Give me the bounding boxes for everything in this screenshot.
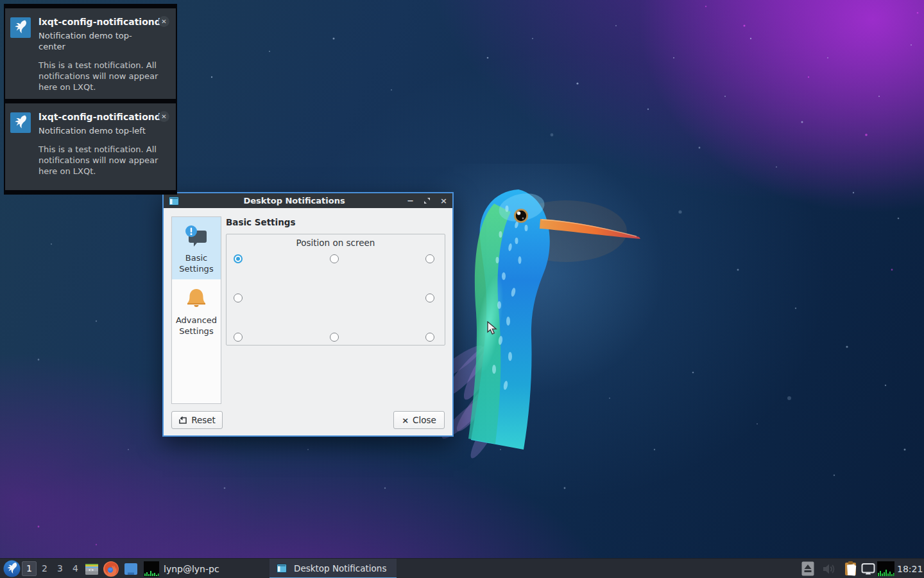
desktop: lxqt-config-notificationd Notification d… bbox=[0, 0, 924, 578]
display-tray-icon[interactable] bbox=[860, 559, 876, 578]
settings-sidebar: Basic Settings Advanced Settings bbox=[171, 216, 221, 404]
lxqt-app-icon bbox=[10, 17, 31, 38]
window-icon bbox=[169, 197, 179, 206]
radio-position-bottom-center[interactable] bbox=[330, 333, 339, 342]
clipboard-tray-icon[interactable] bbox=[844, 559, 859, 578]
close-icon: × bbox=[402, 416, 409, 425]
position-on-screen-group: Position on screen bbox=[226, 234, 445, 346]
monitor-icon bbox=[860, 562, 876, 576]
close-button[interactable]: × Close bbox=[393, 411, 445, 429]
window-icon bbox=[277, 564, 287, 573]
radio-position-top-left[interactable] bbox=[234, 254, 243, 263]
restore-button[interactable] bbox=[424, 197, 431, 204]
sidebar-item-basic-settings[interactable]: Basic Settings bbox=[172, 217, 221, 279]
page-heading: Basic Settings bbox=[226, 217, 296, 227]
file-manager-icon bbox=[84, 561, 99, 577]
lxqt-app-icon bbox=[10, 112, 31, 133]
blue-window-icon bbox=[123, 561, 139, 577]
notification-body: This is a test notification. All notific… bbox=[38, 144, 167, 177]
desktop-notifications-window: Desktop Notifications − × bbox=[162, 192, 454, 437]
bird-beak bbox=[540, 219, 640, 239]
taskbar-task-desktop-notifications[interactable]: Desktop Notifications bbox=[270, 559, 397, 578]
notification-body: This is a test notification. All notific… bbox=[38, 60, 167, 92]
clipboard-icon bbox=[844, 561, 859, 577]
notification-close-icon[interactable]: ✕ bbox=[158, 111, 169, 122]
reset-icon bbox=[178, 416, 187, 425]
removable-media-tray-icon[interactable] bbox=[801, 559, 814, 578]
cpu-graph-icon bbox=[877, 561, 894, 576]
lxqt-menu-icon bbox=[3, 560, 21, 577]
task-label: Desktop Notifications bbox=[294, 563, 386, 574]
notification-popup[interactable]: lxqt-config-notificationd Notification d… bbox=[4, 4, 177, 105]
terminal-thumbnail-icon bbox=[144, 561, 159, 577]
taskbar-panel: 1 2 3 4 bbox=[0, 558, 924, 578]
sidebar-item-label: Advanced Settings bbox=[173, 315, 219, 337]
workspace-3[interactable]: 3 bbox=[53, 561, 67, 576]
window-title: Desktop Notifications bbox=[182, 196, 407, 206]
system-monitor-tray-icon[interactable] bbox=[877, 559, 894, 578]
radio-position-top-right[interactable] bbox=[425, 254, 434, 263]
bird-back bbox=[468, 204, 511, 444]
firefox-icon bbox=[103, 561, 119, 577]
notification-close-icon[interactable]: ✕ bbox=[158, 16, 169, 27]
notification-popup[interactable]: lxqt-config-notificationd Notification d… bbox=[4, 99, 177, 195]
reset-button[interactable]: Reset bbox=[171, 411, 223, 429]
notification-app-name: lxqt-config-notificationd bbox=[38, 16, 171, 28]
file-manager-launcher[interactable] bbox=[84, 559, 99, 578]
minimize-button[interactable]: − bbox=[407, 193, 414, 208]
app-menu-button[interactable] bbox=[2, 559, 21, 578]
clock[interactable]: 18:21 bbox=[897, 559, 924, 578]
window-titlebar[interactable]: Desktop Notifications − × bbox=[164, 193, 452, 208]
radio-position-bottom-right[interactable] bbox=[425, 333, 434, 342]
workspace-4[interactable]: 4 bbox=[68, 561, 83, 576]
desktop-launcher[interactable] bbox=[123, 559, 139, 578]
mouse-cursor bbox=[486, 321, 499, 335]
firefox-launcher[interactable] bbox=[103, 559, 119, 578]
workspace-2[interactable]: 2 bbox=[37, 561, 52, 576]
sidebar-item-label: Basic Settings bbox=[173, 252, 219, 274]
eject-icon bbox=[801, 561, 814, 576]
bird-body bbox=[471, 189, 550, 450]
bird-eye bbox=[514, 209, 528, 223]
basic-settings-icon bbox=[183, 223, 210, 250]
taskbar-task-terminal[interactable]: lynp@lyn-pc bbox=[144, 559, 219, 578]
radio-position-middle-right[interactable] bbox=[425, 293, 434, 302]
group-title: Position on screen bbox=[227, 234, 445, 248]
workspace-switcher: 1 2 3 4 bbox=[22, 559, 83, 578]
workspace-1[interactable]: 1 bbox=[22, 561, 37, 576]
radio-position-top-center[interactable] bbox=[330, 254, 339, 263]
radio-position-bottom-left[interactable] bbox=[234, 333, 243, 342]
reset-button-label: Reset bbox=[191, 415, 216, 425]
notification-app-name: lxqt-config-notificationd bbox=[38, 111, 171, 123]
close-window-button[interactable]: × bbox=[440, 193, 447, 208]
task-label: lynp@lyn-pc bbox=[164, 564, 219, 574]
radio-position-middle-left[interactable] bbox=[234, 293, 243, 302]
sidebar-item-advanced-settings[interactable]: Advanced Settings bbox=[172, 279, 221, 342]
close-button-label: Close bbox=[413, 415, 436, 425]
notification-summary: Notification demo top-center bbox=[38, 30, 148, 52]
speaker-icon bbox=[821, 562, 835, 576]
restore-icon bbox=[424, 197, 431, 204]
notification-summary: Notification demo top-left bbox=[38, 125, 148, 136]
volume-tray-icon[interactable] bbox=[821, 559, 835, 578]
advanced-settings-bell-icon bbox=[183, 285, 210, 312]
